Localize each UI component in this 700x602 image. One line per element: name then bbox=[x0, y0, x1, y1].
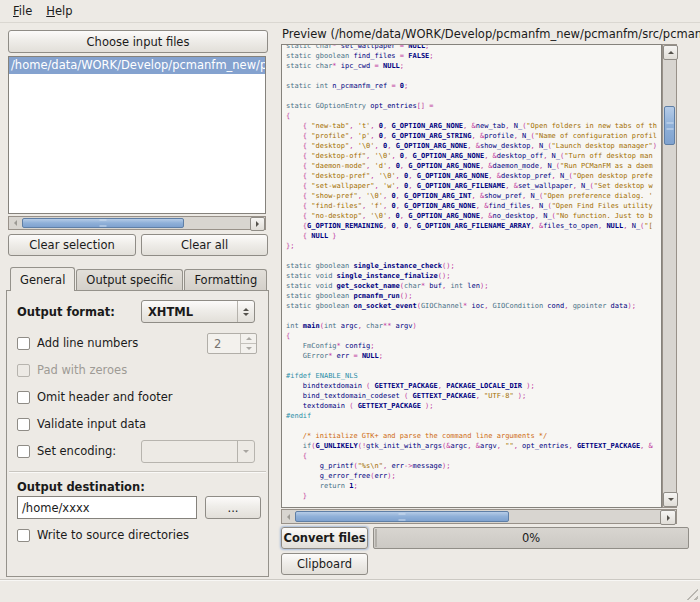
output-format-value: XHTML bbox=[142, 305, 237, 319]
separator bbox=[9, 471, 266, 472]
status-bar bbox=[0, 579, 700, 602]
clear-selection-button[interactable]: Clear selection bbox=[8, 234, 136, 256]
input-file-list[interactable]: /home/data/WORK/Develop/pcmanfm_new/pcma bbox=[8, 56, 266, 214]
hscroll-thumb[interactable] bbox=[22, 218, 184, 228]
code-pane: static char* set_wallpaper = NULL;static… bbox=[282, 44, 661, 508]
encoding-combo bbox=[141, 440, 255, 463]
convert-files-button[interactable]: Convert files bbox=[281, 527, 368, 549]
progress-text: 0% bbox=[522, 531, 540, 545]
scroll-left-icon[interactable] bbox=[9, 217, 21, 229]
file-list-selected-row[interactable]: /home/data/WORK/Develop/pcmanfm_new/pcma bbox=[9, 57, 265, 74]
menu-help[interactable]: Help bbox=[39, 2, 79, 20]
hscroll-thumb[interactable] bbox=[295, 511, 509, 522]
line-number-width-spinner[interactable]: 2 bbox=[207, 333, 257, 354]
menubar: File Help bbox=[0, 0, 700, 23]
add-line-numbers-checkbox[interactable] bbox=[17, 337, 30, 350]
combo-arrows-icon[interactable] bbox=[237, 301, 254, 322]
scroll-left-icon[interactable] bbox=[282, 510, 294, 523]
clear-all-button[interactable]: Clear all bbox=[141, 234, 268, 256]
scroll-right-icon[interactable] bbox=[660, 510, 676, 525]
dropdown-arrow-icon bbox=[237, 441, 254, 462]
settings-tabs: General Output specific Formatting bbox=[10, 268, 268, 291]
file-list-hscrollbar[interactable] bbox=[8, 216, 266, 230]
pad-with-zeroes-label: Pad with zeroes bbox=[37, 363, 127, 377]
clipboard-button[interactable]: Clipboard bbox=[281, 553, 368, 575]
scroll-down-icon[interactable] bbox=[663, 492, 678, 507]
choose-input-files-button[interactable]: Choose input files bbox=[8, 30, 268, 53]
progress-bar: 0% bbox=[373, 527, 689, 549]
set-encoding-label: Set encoding: bbox=[37, 444, 116, 458]
tab-formatting[interactable]: Formatting bbox=[184, 269, 267, 291]
tab-output-specific[interactable]: Output specific bbox=[76, 269, 183, 291]
spin-up-icon[interactable] bbox=[241, 334, 256, 344]
pad-with-zeroes-checkbox bbox=[17, 364, 30, 377]
set-encoding-checkbox[interactable] bbox=[17, 445, 30, 458]
progress-fill bbox=[375, 529, 377, 547]
menu-file[interactable]: File bbox=[6, 2, 39, 20]
preview-vscrollbar[interactable] bbox=[662, 44, 677, 508]
add-line-numbers-label: Add line numbers bbox=[37, 336, 138, 350]
code-preview[interactable]: static char* set_wallpaper = NULL;static… bbox=[281, 44, 662, 508]
write-to-source-label: Write to source directories bbox=[37, 528, 189, 542]
tab-general[interactable]: General bbox=[10, 267, 75, 291]
output-format-combo[interactable]: XHTML bbox=[141, 300, 255, 323]
output-destination-label: Output destination: bbox=[17, 480, 145, 494]
validate-input-label: Validate input data bbox=[37, 417, 146, 431]
scroll-right-icon[interactable] bbox=[250, 217, 265, 231]
omit-header-footer-checkbox[interactable] bbox=[17, 391, 30, 404]
general-tab-panel: Output format: XHTML Add line numbers 2 … bbox=[6, 290, 269, 577]
output-format-label: Output format: bbox=[17, 305, 115, 319]
preview-title: Preview (/home/data/WORK/Develop/pcmanfm… bbox=[282, 27, 700, 41]
preview-hscrollbar[interactable] bbox=[281, 509, 677, 524]
output-destination-value: /home/xxxx bbox=[22, 501, 90, 515]
vscroll-thumb[interactable] bbox=[664, 106, 675, 145]
validate-input-checkbox[interactable] bbox=[17, 418, 30, 431]
resize-grip-icon[interactable] bbox=[685, 587, 698, 600]
browse-button[interactable]: ... bbox=[205, 496, 261, 519]
scroll-up-icon[interactable] bbox=[663, 45, 678, 60]
write-to-source-checkbox[interactable] bbox=[17, 529, 30, 542]
line-number-width-value: 2 bbox=[208, 334, 240, 353]
omit-header-footer-label: Omit header and footer bbox=[37, 390, 173, 404]
spin-down-icon[interactable] bbox=[241, 344, 256, 353]
output-destination-input[interactable]: /home/xxxx bbox=[17, 496, 197, 519]
